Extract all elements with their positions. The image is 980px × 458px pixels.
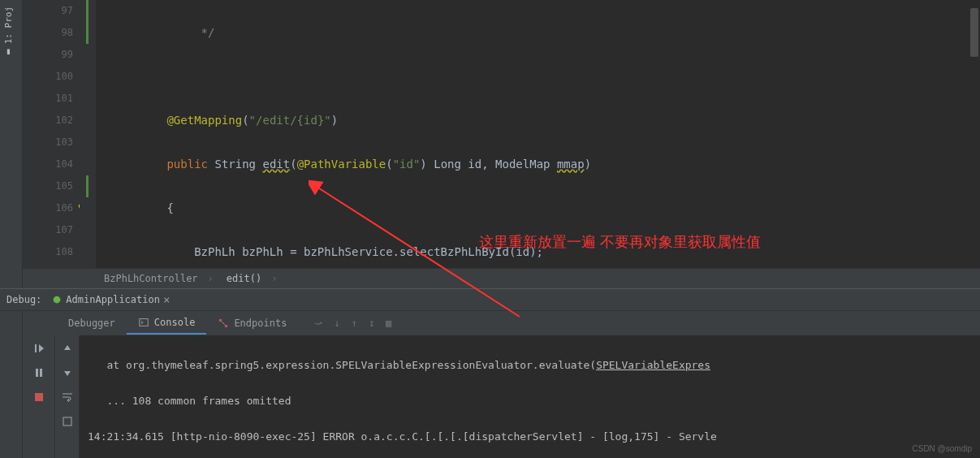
breadcrumb-item[interactable]: BzPhLhController (104, 273, 214, 284)
svg-point-7 (219, 319, 222, 322)
tab-console[interactable]: Console (127, 312, 207, 335)
scrollbar-vertical[interactable] (970, 8, 978, 57)
svg-line-9 (222, 322, 226, 325)
editor-area: 97 98 99 100 101 102 103 104 105 106 107… (23, 0, 980, 268)
annotation: @GetMapping (166, 114, 242, 127)
method-name: edit (262, 158, 290, 171)
run-to-cursor-icon[interactable]: ↧ (369, 318, 374, 329)
debug-header: Debug: AdminApplication × (0, 288, 980, 311)
console-line: ... 108 common frames omitted (88, 392, 972, 410)
svg-point-8 (225, 325, 228, 328)
bug-icon (51, 294, 63, 305)
string-literal: "id" (393, 158, 421, 171)
folder-icon: ▮ (3, 47, 14, 58)
tab-endpoints[interactable]: Endpoints (206, 313, 298, 334)
debug-step-toolbar: ⤻ ↓ ↑ ↧ ▦ (314, 318, 391, 329)
annotation: @PathVariable (297, 158, 386, 171)
run-config-name: AdminApplication (66, 294, 160, 305)
console-icon (138, 317, 149, 328)
pause-icon[interactable] (32, 366, 45, 379)
svg-point-1 (54, 296, 61, 304)
type: String (214, 158, 256, 171)
svg-rect-6 (140, 319, 149, 326)
tab-label: Endpoints (234, 318, 287, 329)
run-config[interactable]: AdminApplication × (51, 293, 170, 306)
console-line: at org.thymeleaf.spring5.expression.SPEL… (88, 356, 972, 374)
tab-debugger[interactable]: Debugger (57, 313, 127, 334)
svg-rect-4 (40, 369, 42, 377)
project-tool-tab[interactable]: ▮ 1: Proj (0, 0, 17, 64)
line-number: 102 (23, 110, 73, 132)
step-out-icon[interactable]: ↑ (352, 318, 357, 329)
step-into-icon[interactable]: ↓ (334, 318, 339, 329)
line-number: 101 (23, 88, 73, 110)
fold-bar (80, 0, 96, 268)
svg-rect-3 (36, 369, 38, 377)
line-number: 106 (23, 197, 73, 219)
svg-rect-2 (35, 344, 37, 352)
step-over-icon[interactable]: ⤻ (314, 318, 322, 329)
breadcrumb-item[interactable]: edit() (227, 273, 278, 284)
watermark: CSDN @somdip (912, 444, 972, 453)
left-sidebar: ▮ 1: Proj (0, 0, 23, 458)
code-text: */ (112, 26, 214, 39)
project-tab-label: 1: Proj (3, 6, 14, 44)
console-output[interactable]: at org.thymeleaf.spring5.expression.SPEL… (80, 335, 980, 458)
code-area[interactable]: */ @GetMapping("/edit/{id}") public Stri… (96, 0, 980, 268)
code-text (112, 66, 980, 88)
line-number: 104 (23, 153, 73, 175)
stop-icon[interactable] (32, 391, 45, 404)
scroll-icon[interactable] (61, 415, 74, 428)
line-number: 107 (23, 219, 73, 241)
keyword: public (166, 158, 208, 171)
debug-label: Debug: (6, 294, 41, 305)
tab-label: Console (154, 317, 196, 328)
down-icon[interactable] (61, 366, 74, 379)
line-number: 99 (23, 44, 73, 66)
breadcrumb[interactable]: BzPhLhController edit() (23, 268, 980, 288)
param: mmap (557, 158, 585, 171)
line-number: 97 (23, 0, 73, 22)
line-number: 100 (23, 66, 73, 88)
svg-rect-5 (35, 393, 43, 401)
tab-label: Debugger (68, 318, 115, 329)
line-number: 105 (23, 175, 73, 197)
endpoints-icon (218, 318, 229, 329)
console-line: 14:21:34.615 [http-nio-8090-exec-25] ERR… (88, 428, 972, 446)
code-text: { (166, 201, 173, 214)
debug-tabs: Debugger Console Endpoints ⤻ ↓ ↑ ↧ ▦ (23, 311, 980, 335)
line-number: 108 (23, 241, 73, 263)
svg-rect-10 (63, 417, 71, 426)
console-side-tools (55, 335, 80, 458)
close-icon[interactable]: × (163, 293, 170, 306)
wrap-icon[interactable] (61, 391, 74, 404)
code-text: ) Long id, ModelMap (420, 158, 557, 171)
string-literal: "/edit/{id}" (249, 114, 331, 127)
annotation-text: 这里重新放置一遍 不要再对象里获取属性值 (479, 232, 761, 252)
evaluate-icon[interactable]: ▦ (386, 318, 391, 329)
up-icon[interactable] (61, 342, 74, 355)
line-number: 98 (23, 22, 73, 44)
resume-icon[interactable] (32, 342, 45, 355)
gutter: 97 98 99 100 101 102 103 104 105 106 107… (23, 0, 80, 268)
line-number: 103 (23, 132, 73, 153)
code-text: ) (585, 158, 591, 171)
